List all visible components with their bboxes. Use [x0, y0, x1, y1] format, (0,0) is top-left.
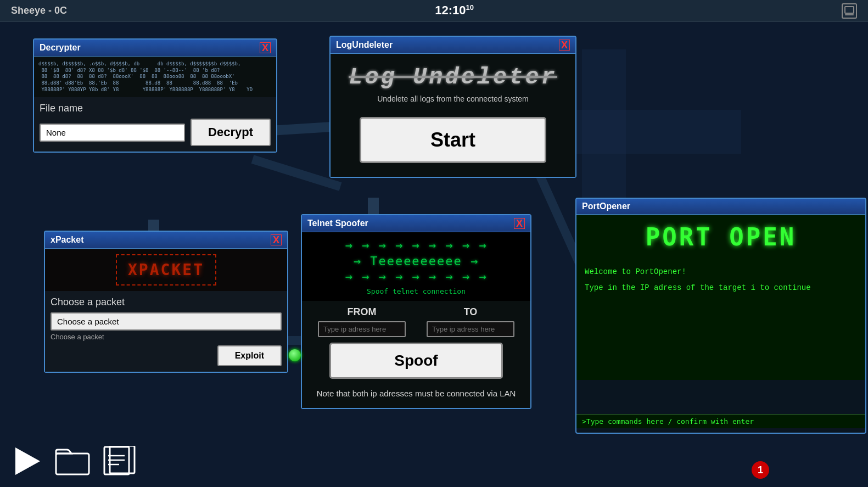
notes-button[interactable] — [102, 446, 137, 476]
telnet-title: Telnet Spoofer — [307, 219, 368, 228]
logundeleter-title: LogUndeleter — [336, 40, 393, 50]
folder-button[interactable] — [55, 446, 91, 476]
file-name-label: File name — [40, 103, 271, 114]
portopener-title-bar: PortOpener — [576, 199, 865, 215]
telnet-ascii: → → → → → → → → → → Teeeeeeeeee → → → → … — [302, 232, 530, 301]
status-dot — [289, 349, 301, 361]
telnet-from-label: FROM — [318, 306, 406, 318]
telnet-from-col: FROM — [318, 306, 406, 337]
telnet-window: Telnet Spoofer X → → → → → → → → → → Tee… — [301, 214, 531, 409]
start-button[interactable]: Start — [360, 117, 547, 163]
xpacket-hint: Choose a packet — [51, 333, 282, 341]
xpacket-close-button[interactable]: X — [271, 234, 282, 245]
telnet-to-input[interactable] — [427, 321, 514, 337]
portopener-ascii-text: PORT OPEN — [582, 223, 860, 251]
logundeleter-close-button[interactable]: X — [559, 40, 570, 51]
xpacket-title: xPacket — [51, 235, 84, 245]
spoof-button[interactable]: Spoof — [329, 343, 503, 379]
portopener-welcome: Welcome to PortOpener! — [585, 267, 857, 276]
logundeleter-ascii: Log Undeleter Undelete all logs from the… — [336, 59, 570, 109]
window-icon[interactable] — [842, 3, 857, 19]
exploit-button[interactable]: Exploit — [217, 345, 282, 366]
decrypter-close-button[interactable]: X — [260, 42, 271, 53]
telnet-subtitle: Spoof telnet connection — [307, 287, 525, 295]
app-name: Sheeye - 0C — [11, 5, 67, 16]
telnet-to-label: TO — [427, 306, 514, 318]
decrypter-input-row: Decrypt — [40, 119, 271, 146]
telnet-form: FROM TO Spoof Note that both ip adresses… — [302, 301, 530, 408]
decrypt-button[interactable]: Decrypt — [191, 119, 271, 146]
telnet-ascii-text: → → → → → → → → → → Teeeeeeeeee → → → → … — [307, 238, 525, 285]
portopener-content: Welcome to PortOpener! Type in the IP ad… — [576, 259, 865, 380]
file-name-input[interactable] — [40, 124, 185, 142]
decrypter-controls: File name Decrypt — [34, 97, 276, 152]
xpacket-input[interactable] — [51, 312, 282, 331]
svg-line-1 — [253, 159, 340, 187]
xpacket-ascii-art: XPACKET — [45, 249, 287, 291]
clock: 12:1010 — [435, 3, 474, 18]
decrypter-title: Decrypter — [40, 43, 81, 53]
decrypter-ascii-art: d$$$$b, d$$$$$b, .o$$b, d$$$$b, db db d$… — [34, 57, 276, 97]
logundeleter-title-bar: LogUndeleter X — [331, 37, 575, 54]
notification-badge[interactable]: 1 — [752, 461, 769, 479]
play-icon — [15, 447, 40, 475]
title-bar: Sheeye - 0C 12:1010 — [0, 0, 868, 22]
decrypter-title-bar: Decrypter X — [34, 40, 276, 57]
decrypter-window: Decrypter X d$$$$b, d$$$$$b, .o$$b, d$$$… — [33, 38, 277, 153]
telnet-title-bar: Telnet Spoofer X — [302, 215, 530, 232]
logundeleter-window: LogUndeleter X Log Undeleter Undelete al… — [329, 36, 576, 178]
telnet-note: Note that both ip adresses must be conne… — [307, 384, 525, 402]
svg-rect-9 — [845, 14, 854, 15]
xpacket-controls: Choose a packet Choose a packet Exploit — [45, 291, 287, 372]
telnet-ip-row: FROM TO — [307, 306, 525, 337]
xpacket-window: xPacket X XPACKET Choose a packet Choose… — [44, 231, 288, 373]
xpacket-title-bar: xPacket X — [45, 232, 287, 249]
svg-rect-8 — [845, 7, 854, 13]
toolbar — [11, 446, 137, 476]
xpacket-ascii-text: XPACKET — [116, 254, 216, 286]
telnet-close-button[interactable]: X — [514, 218, 525, 229]
telnet-to-col: TO — [427, 306, 514, 337]
svg-rect-10 — [56, 454, 89, 474]
portopener-cmd-prompt: >Type commands here / confirm with enter — [582, 417, 860, 426]
portopener-ascii: PORT OPEN — [576, 215, 865, 259]
portopener-title: PortOpener — [582, 201, 630, 211]
telnet-from-input[interactable] — [318, 321, 406, 337]
portopener-instruction: Type in the IP adress of the target i to… — [585, 282, 857, 294]
logundeleter-subtitle: Undelete all logs from the connected sys… — [341, 94, 564, 103]
xpacket-choose-label: Choose a packet — [51, 296, 282, 308]
logundeleter-content: Log Undeleter Undelete all logs from the… — [331, 54, 575, 177]
portopener-input-row: >Type commands here / confirm with enter — [576, 414, 865, 428]
portopener-window: PortOpener PORT OPEN Welcome to PortOpen… — [575, 198, 866, 434]
play-button[interactable] — [11, 446, 44, 476]
logundeleter-ascii-text: Log Undeleter — [341, 65, 564, 90]
